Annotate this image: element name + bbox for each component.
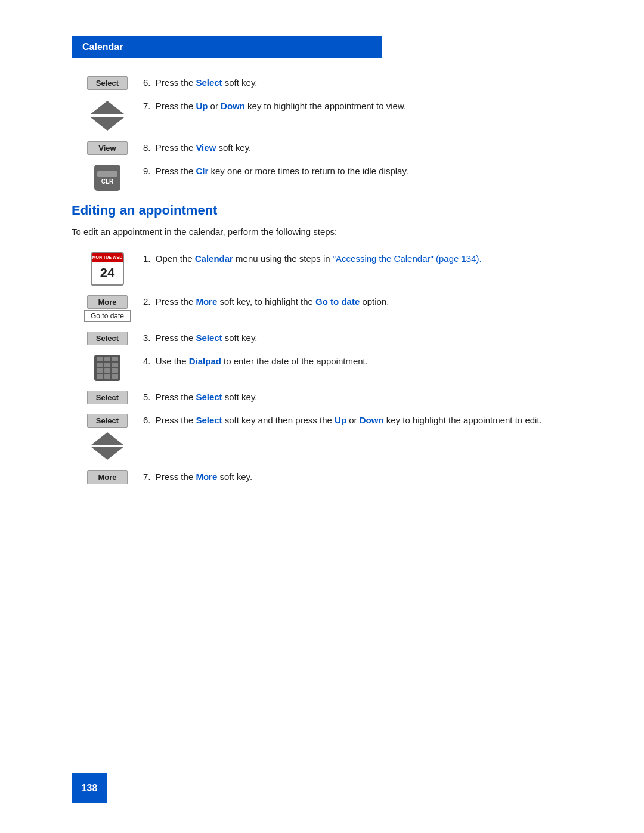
dp-key (112, 374, 118, 379)
keyword-select: Select (196, 415, 222, 425)
step-text: 2. Press the More soft key, to highlight… (143, 294, 572, 309)
dp-key (97, 363, 103, 367)
dp-key (112, 363, 118, 367)
step-text: 1. Open the Calendar menu using the step… (143, 251, 572, 266)
calendar-icon: MON TUE WED 24 (91, 252, 124, 286)
step-row: 4. Use the Dialpad to enter the date of … (72, 354, 572, 381)
step-row: CLR 9. Press the Clr key one or more tim… (72, 163, 572, 191)
cal-header: MON TUE WED (92, 253, 123, 262)
more-button[interactable]: More (87, 470, 128, 484)
step-icon: CLR (72, 163, 143, 191)
step-number: 9. (143, 166, 156, 176)
step-icon: Select (72, 330, 143, 345)
nav-down-icon (91, 447, 124, 460)
step-icon: More Go to date (72, 294, 143, 322)
select-button[interactable]: Select (87, 391, 128, 404)
page-container: Calendar Select 6. Press the Select soft… (0, 0, 644, 833)
cal-body: 24 (92, 262, 123, 284)
step-icon: Select (72, 389, 143, 404)
keyword-select: Select (196, 78, 222, 88)
keyword-select: Select (196, 333, 222, 343)
step-icon (72, 354, 143, 381)
step-row: More Go to date 2. Press the More soft k… (72, 294, 572, 322)
step-row: Select 6. Press the Select soft key. (72, 75, 572, 90)
step-row: Select 5. Press the Select soft key. (72, 389, 572, 404)
step-number: 6. (143, 415, 156, 425)
step-text: 7. Press the More soft key. (143, 469, 572, 484)
select-button[interactable]: Select (87, 76, 128, 90)
dp-key (104, 368, 111, 373)
step-text: 5. Press the Select soft key. (143, 389, 572, 404)
keyword-select: Select (196, 392, 222, 402)
section2: Editing an appointment To edit an appoin… (72, 203, 572, 484)
step-icon (72, 98, 143, 132)
step-row: 7. Press the Up or Down key to highlight… (72, 98, 572, 132)
keyword-goto-date: Go to date (315, 296, 360, 306)
keyword-more: More (196, 296, 217, 306)
step-text: 9. Press the Clr key one or more times t… (143, 163, 572, 178)
link-accessing-calendar[interactable]: "Accessing the Calendar" (page 134). (333, 253, 482, 264)
keyword-down: Down (221, 101, 245, 111)
header-title: Calendar (82, 42, 123, 52)
dp-key (97, 357, 103, 362)
keyword-down: Down (360, 415, 384, 425)
step-number: 7. (143, 472, 156, 482)
section-header: Calendar (72, 36, 382, 58)
keyword-calendar: Calendar (195, 253, 233, 264)
dp-key (104, 357, 111, 362)
dp-key (104, 363, 111, 367)
clr-key-icon: CLR (94, 165, 120, 191)
page-number: 138 (72, 773, 107, 803)
dialpad-icon (94, 355, 120, 381)
step-icon: Select (72, 75, 143, 90)
more-goto-stack: More Go to date (84, 295, 131, 322)
select-button[interactable]: Select (87, 414, 128, 428)
step-text: 8. Press the View soft key. (143, 140, 572, 155)
step-number: 3. (143, 333, 156, 343)
keyword-dialpad: Dialpad (189, 356, 221, 366)
select-nav-stack: Select (87, 414, 128, 461)
section-intro: To edit an appointment in the calendar, … (72, 225, 572, 239)
step-row: View 8. Press the View soft key. (72, 140, 572, 155)
step-icon: More (72, 469, 143, 484)
step-text: 7. Press the Up or Down key to highlight… (143, 98, 572, 113)
step-number: 1. (143, 253, 156, 264)
nav-down-icon (91, 117, 124, 131)
step-text: 4. Use the Dialpad to enter the date of … (143, 354, 572, 368)
step-icon: Select (72, 413, 143, 461)
keyword-up: Up (196, 101, 208, 111)
keyword-clr: Clr (196, 166, 208, 176)
select-button[interactable]: Select (87, 332, 128, 345)
step-number: 6. (143, 78, 156, 88)
more-button[interactable]: More (87, 295, 128, 309)
step-number: 4. (143, 356, 156, 366)
keyword-view: View (196, 143, 216, 153)
step-number: 8. (143, 143, 156, 153)
step-row: More 7. Press the More soft key. (72, 469, 572, 484)
step-number: 2. (143, 296, 156, 306)
step-number: 5. (143, 392, 156, 402)
nav-up-icon (91, 101, 124, 114)
dp-key (97, 374, 103, 379)
step-row: Select 6. Press the Select soft key and … (72, 413, 572, 461)
keyword-more: More (196, 472, 217, 482)
nav-up-icon (91, 432, 124, 445)
view-button[interactable]: View (87, 141, 128, 155)
section-heading: Editing an appointment (72, 203, 572, 218)
section1-steps: Select 6. Press the Select soft key. 7. … (72, 75, 572, 191)
step-row: Select 3. Press the Select soft key. (72, 330, 572, 345)
nav-arrows (91, 100, 124, 132)
step-icon: MON TUE WED 24 (72, 251, 143, 286)
step-text: 6. Press the Select soft key. (143, 75, 572, 90)
dp-key (104, 374, 111, 379)
step-number: 7. (143, 101, 156, 111)
keyword-up: Up (335, 415, 346, 425)
dp-key (112, 368, 118, 373)
step-row: MON TUE WED 24 1. Open the Calendar menu… (72, 251, 572, 286)
step-text: 3. Press the Select soft key. (143, 330, 572, 345)
step-icon: View (72, 140, 143, 155)
step-text: 6. Press the Select soft key and then pr… (143, 413, 572, 428)
dp-key (112, 357, 118, 362)
go-to-date-option: Go to date (84, 310, 131, 322)
dp-key (97, 368, 103, 373)
